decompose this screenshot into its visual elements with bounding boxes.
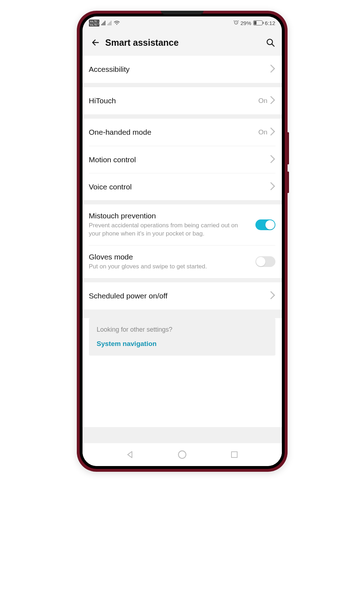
wifi-icon <box>114 20 120 25</box>
svg-point-2 <box>178 451 186 459</box>
circle-home-icon <box>177 450 187 460</box>
row-hitouch-label: HiTouch <box>89 96 259 105</box>
battery-percent: 29% <box>240 20 251 26</box>
chevron-right-icon <box>270 96 275 105</box>
alarm-icon <box>233 20 239 26</box>
clock: 6:12 <box>265 20 275 26</box>
status-right: 29% 6:12 <box>233 20 275 26</box>
back-button[interactable] <box>88 35 103 50</box>
nav-recents-button[interactable] <box>225 446 243 464</box>
row-voice-label: Voice control <box>89 183 270 191</box>
row-hitouch-value: On <box>258 97 267 105</box>
row-voice-control[interactable]: Voice control <box>89 173 275 200</box>
battery-icon <box>253 20 263 25</box>
volte-2-icon: VoLTE 2 <box>89 23 99 26</box>
gloves-toggle[interactable] <box>255 256 275 267</box>
phone-frame: VoLTE 1 VoLTE 2 <box>77 11 288 472</box>
volte-2-sub: 2 <box>98 23 99 26</box>
volte-1-sub: 1 <box>98 20 99 23</box>
row-mistouch-desc: Prevent accidental operations from being… <box>89 222 250 238</box>
other-settings-card: Looking for other settings? System navig… <box>89 318 275 356</box>
row-motion-control[interactable]: Motion control <box>89 146 275 173</box>
screen: VoLTE 1 VoLTE 2 <box>83 16 282 466</box>
other-settings-question: Looking for other settings? <box>97 326 268 333</box>
row-accessibility-label: Accessibility <box>89 65 270 74</box>
row-gloves-desc: Put on your gloves and swipe to get star… <box>89 263 250 271</box>
signal-1-icon <box>101 20 105 25</box>
square-recents-icon <box>230 450 239 459</box>
svg-rect-3 <box>231 452 237 457</box>
signal-2-icon <box>108 20 111 25</box>
status-bar: VoLTE 1 VoLTE 2 <box>83 16 282 29</box>
row-mistouch-prevention: Mistouch prevention Prevent accidental o… <box>83 204 282 245</box>
power-button <box>288 172 289 193</box>
nav-home-button[interactable] <box>173 446 191 464</box>
volte-1-label: VoLTE <box>90 20 97 23</box>
chevron-right-icon <box>270 128 275 137</box>
row-one-handed-label: One-handed mode <box>89 128 259 137</box>
nav-back-button[interactable] <box>121 446 139 464</box>
chevron-right-icon <box>270 291 275 301</box>
search-icon <box>265 38 275 48</box>
row-mistouch-label: Mistouch prevention <box>89 212 250 220</box>
row-scheduled-power[interactable]: Scheduled power on/off <box>83 282 282 310</box>
volte-1-icon: VoLTE 1 <box>89 20 99 23</box>
back-arrow-icon <box>90 38 100 48</box>
row-scheduled-power-label: Scheduled power on/off <box>89 292 270 300</box>
status-left: VoLTE 1 VoLTE 2 <box>89 20 120 26</box>
chevron-right-icon <box>270 182 275 192</box>
row-accessibility[interactable]: Accessibility <box>83 56 282 83</box>
row-motion-label: Motion control <box>89 155 270 164</box>
system-nav-bar <box>83 443 282 466</box>
row-gloves-label: Gloves mode <box>89 253 250 261</box>
triangle-back-icon <box>125 450 135 459</box>
row-one-handed-value: On <box>258 128 267 136</box>
chevron-right-icon <box>270 155 275 164</box>
phone-bezel: VoLTE 1 VoLTE 2 <box>80 14 285 469</box>
row-one-handed[interactable]: One-handed mode On <box>83 119 282 146</box>
search-button[interactable] <box>263 35 278 50</box>
volume-button <box>288 132 289 164</box>
mistouch-toggle[interactable] <box>255 219 275 230</box>
page-title: Smart assistance <box>105 38 263 48</box>
content-scroll[interactable]: Accessibility HiTouch On One-handed <box>83 56 282 443</box>
phone-notch <box>161 11 204 14</box>
row-hitouch[interactable]: HiTouch On <box>83 87 282 114</box>
app-header: Smart assistance <box>83 29 282 56</box>
system-navigation-link[interactable]: System navigation <box>97 340 268 348</box>
svg-line-1 <box>272 44 274 46</box>
volte-indicators: VoLTE 1 VoLTE 2 <box>89 20 99 26</box>
chevron-right-icon <box>270 65 275 74</box>
row-gloves-mode: Gloves mode Put on your gloves and swipe… <box>89 245 275 278</box>
volte-2-label: VoLTE <box>90 23 97 26</box>
